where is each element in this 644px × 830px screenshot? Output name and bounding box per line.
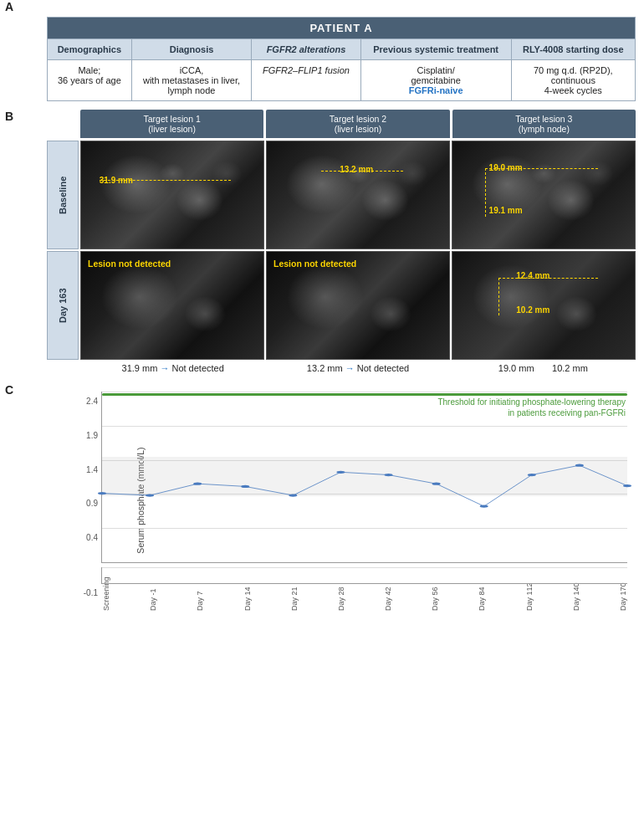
svg-point-8: [480, 505, 488, 507]
ytick-1-4: 1.4: [86, 464, 102, 474]
day163-label: Day 163: [47, 251, 79, 360]
ytick-0-9: 0.9: [86, 499, 102, 508]
baseline-label: Baseline: [47, 141, 79, 249]
lesion2-title: Target lesion 2 (liver lesion): [266, 110, 449, 138]
svg-point-9: [528, 474, 536, 476]
day163-l2-notdetected: Lesion not detected: [273, 259, 356, 269]
svg-point-2: [193, 483, 202, 485]
patient-title: PATIENT A: [48, 18, 636, 39]
header-rly: RLY-4008 starting dose: [511, 39, 635, 60]
svg-point-5: [336, 471, 345, 474]
svg-point-3: [241, 485, 249, 488]
header-demographics: Demographics: [48, 39, 132, 60]
ytick-neg-0-1: -0.1: [84, 588, 102, 597]
baseline-l3-measure-h: 19.1 mm: [489, 206, 523, 215]
baseline-lesion1: 31.9 mm: [80, 141, 264, 249]
day163-l3-measure-top: 12.4 mm: [516, 271, 549, 280]
ytick-0-4: 0.4: [86, 533, 102, 542]
patient-info-table: PATIENT A Demographics Diagnosis FGFR2 a…: [47, 17, 636, 101]
day163-lesion1: Lesion not detected: [80, 251, 264, 360]
svg-point-0: [98, 492, 106, 494]
header-prev-treatment: Previous systemic treatment: [360, 39, 511, 60]
line-chart: [102, 392, 627, 562]
data-demographics: Male;36 years of age: [48, 60, 132, 101]
data-prev-treatment: Cisplatin/gemcitabineFGFRi-naive: [360, 60, 511, 101]
header-fgfr2: FGFR2 alterations: [252, 39, 360, 60]
ytick-2-4: 2.4: [86, 397, 102, 406]
data-fgfr2: FGFR2–FLIP1 fusion: [252, 60, 360, 101]
baseline-lesion3: 19.0 mm 19.1 mm: [452, 141, 636, 249]
day163-lesion2: Lesion not detected: [266, 251, 450, 360]
svg-point-11: [623, 484, 631, 487]
summary-lesion2: 13.2 mm → Not detected: [265, 363, 450, 373]
day163-l3-measure-bot: 10.2 mm: [516, 305, 549, 315]
data-diagnosis: iCCA,with metastases in liver,lymph node: [131, 60, 252, 101]
svg-point-6: [384, 474, 392, 476]
day163-lesion3: 12.4 mm 10.2 mm: [452, 251, 636, 360]
ytick-1-9: 1.9: [86, 430, 102, 439]
baseline-lesion2: 13.2 mm: [266, 141, 450, 249]
day163-l1-notdetected: Lesion not detected: [88, 259, 171, 269]
summary-lesion1: 31.9 mm → Not detected: [80, 363, 265, 373]
svg-point-7: [432, 483, 441, 485]
summary-lesion3: 19.0 mm 10.2 mm: [451, 363, 636, 373]
svg-point-4: [289, 494, 297, 496]
data-rly: 70 mg q.d. (RP2D),continuous4-week cycle…: [511, 60, 635, 101]
section-a-label: A: [5, 0, 13, 13]
svg-point-10: [575, 464, 584, 466]
section-b-label: B: [5, 110, 13, 123]
lesion3-title: Target lesion 3 (lymph node): [452, 110, 636, 138]
section-c-label: C: [5, 383, 13, 397]
header-diagnosis: Diagnosis: [131, 39, 252, 60]
svg-point-1: [146, 494, 154, 496]
fgfri-naive-label: FGFRi-naive: [409, 85, 463, 95]
lesion1-title: Target lesion 1 (liver lesion): [80, 110, 263, 138]
